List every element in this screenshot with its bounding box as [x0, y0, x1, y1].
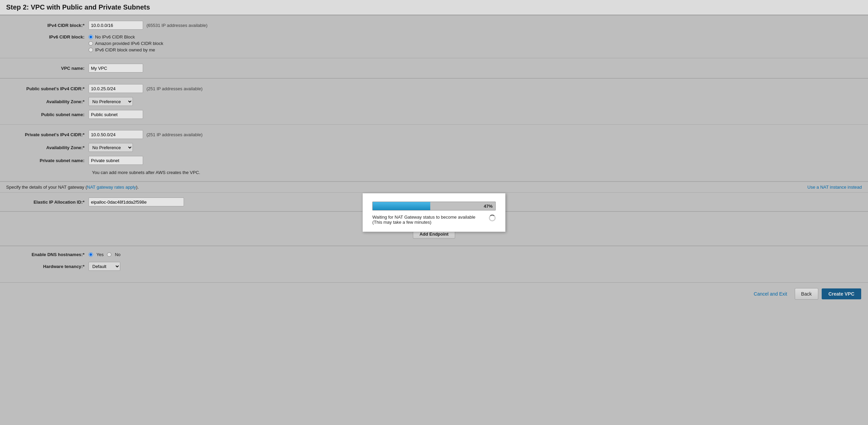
progress-bar-fill	[373, 202, 430, 210]
progress-percent-label: 47%	[484, 204, 493, 209]
progress-message-row: Waiting for NAT Gateway status to become…	[372, 215, 496, 225]
progress-message: Waiting for NAT Gateway status to become…	[372, 215, 485, 225]
progress-modal: 47% Waiting for NAT Gateway status to be…	[362, 193, 506, 232]
progress-modal-overlay: 47% Waiting for NAT Gateway status to be…	[0, 0, 868, 425]
page-wrapper: Step 2: VPC with Public and Private Subn…	[0, 0, 868, 425]
loading-spinner	[489, 215, 496, 221]
progress-bar-container: 47%	[372, 202, 496, 210]
